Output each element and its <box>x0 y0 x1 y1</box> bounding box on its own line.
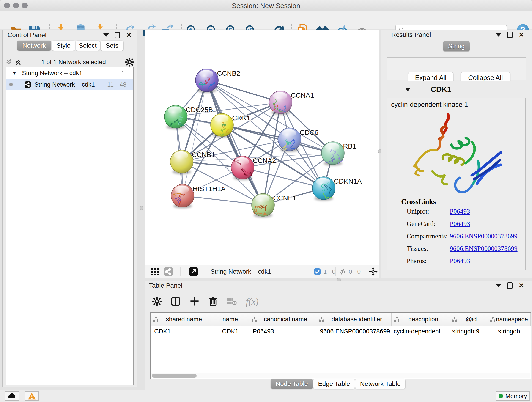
gear-icon[interactable] <box>125 57 134 67</box>
node-RB1[interactable] <box>322 142 344 166</box>
vertical-splitter-handle[interactable] <box>139 206 143 210</box>
table-cell: 9606.ENSP00000378699 <box>316 328 392 335</box>
scrollbar-thumb[interactable] <box>152 374 196 378</box>
table-cell: CDK1 <box>151 328 211 335</box>
node-CDC6[interactable] <box>278 128 301 152</box>
tab-sets[interactable]: Sets <box>101 41 123 51</box>
crosslink-link[interactable]: P06493 <box>450 208 470 215</box>
float-panel-icon[interactable] <box>507 32 513 38</box>
crosslink-link[interactable]: 9606.ENSP00000378699 <box>450 232 518 240</box>
node-label-CDK1: CDK1 <box>232 114 250 122</box>
close-panel-icon[interactable]: ✕ <box>126 32 132 38</box>
close-panel-icon[interactable]: ✕ <box>519 32 524 37</box>
table-header-row: shared namenamecanonical namedatabase id… <box>151 313 531 326</box>
tab-edge-table[interactable]: Edge Table <box>313 379 355 389</box>
node-HIST1H1A[interactable] <box>171 184 194 208</box>
column-header-name[interactable]: name <box>211 313 249 326</box>
gene-section-header[interactable]: CDK1 <box>387 81 526 98</box>
column-header-namespace[interactable]: namespace <box>487 313 531 326</box>
collection-name: String Network – cdk1 <box>22 70 82 77</box>
memory-label: Memory <box>505 393 527 400</box>
column-type-icon <box>490 317 496 322</box>
tree-expander-icon[interactable]: ▼ <box>12 70 17 76</box>
panel-menu-icon[interactable] <box>103 33 109 37</box>
table-horizontal-scrollbar[interactable] <box>151 373 530 378</box>
gene-description: cyclin-dependent kinase 1 <box>391 101 468 108</box>
birds-eye-view-button[interactable] <box>150 265 160 278</box>
column-header-description[interactable]: description <box>392 313 449 326</box>
show-columns-icon[interactable] <box>171 296 181 306</box>
tab-style[interactable]: Style <box>52 41 75 51</box>
control-panel-title: Control Panel <box>7 32 46 39</box>
warnings-button[interactable] <box>25 391 39 401</box>
network-graph[interactable]: CCNB2CCNA1CDC25BCDK1CDC6RB1CCNB1CCNA2CDK… <box>145 30 379 265</box>
tab-string[interactable]: String <box>443 41 470 51</box>
table-settings-gear-icon[interactable] <box>152 296 162 306</box>
statusbar-separator <box>205 267 205 276</box>
column-type-icon <box>452 317 457 322</box>
open-in-window-button[interactable] <box>189 265 198 278</box>
close-panel-icon[interactable]: ✕ <box>519 283 524 288</box>
column-type-icon <box>318 317 324 322</box>
expand-all-chevron-icon[interactable] <box>5 59 13 65</box>
tab-node-table[interactable]: Node Table <box>271 379 313 389</box>
panel-menu-icon[interactable] <box>496 33 501 37</box>
node-label-HIST1H1A: HIST1H1A <box>193 185 225 192</box>
column-header-database-identifier[interactable]: database identifier <box>316 313 392 326</box>
network-row-selected[interactable]: String Network – cdk1 11 48 <box>6 79 133 90</box>
table-row[interactable]: CDK1CDK1P064939606.ENSP00000378699cyclin… <box>151 326 531 337</box>
crosslink-label: GeneCard: <box>407 220 436 228</box>
hidden-eye-icon <box>338 268 346 275</box>
panel-menu-icon[interactable] <box>496 284 501 287</box>
app-window: Session: New Session <box>0 0 532 402</box>
node-CDC25B[interactable] <box>164 105 187 129</box>
tab-select[interactable]: Select <box>76 41 100 51</box>
crosslink-link[interactable]: P06493 <box>450 220 470 228</box>
node-CCNB1[interactable] <box>170 150 193 174</box>
node-CCNE1[interactable] <box>252 193 274 217</box>
node-label-CCNA2: CCNA2 <box>253 157 276 164</box>
collapse-all-chevron-icon[interactable] <box>14 59 22 65</box>
crosslink-link[interactable]: P06493 <box>450 257 470 265</box>
network-collection-row[interactable]: ▼ String Network – cdk1 1 <box>6 67 133 79</box>
network-view-statusbar: String Network – cdk1 1 - 0 0 - 0 <box>145 265 379 278</box>
node-CDK1[interactable] <box>210 114 234 138</box>
results-panel-title: Results Panel <box>391 31 431 38</box>
grid-icon <box>150 266 160 277</box>
node-count: 11 <box>107 81 114 88</box>
title-bar: Session: New Session <box>0 0 532 11</box>
statusbar-separator <box>180 267 181 276</box>
node-CCNA1[interactable] <box>269 91 292 115</box>
column-header-shared-name[interactable]: shared name <box>151 313 211 326</box>
crosslink-label: Tissues: <box>407 245 428 252</box>
protein-structure-image <box>398 111 517 198</box>
network-tree: ▼ String Network – cdk1 1 String Network… <box>6 67 134 385</box>
node-CDKN1A[interactable] <box>312 177 335 201</box>
delete-trash-icon[interactable] <box>208 296 218 306</box>
expand-collapse-box: Expand All Collapse All <box>386 57 526 80</box>
tab-network[interactable]: Network <box>17 41 51 51</box>
fit-selected-button[interactable] <box>369 265 378 278</box>
node-label-CDC6: CDC6 <box>300 128 318 136</box>
network-share-icon <box>24 81 31 88</box>
float-panel-icon[interactable] <box>507 282 513 289</box>
tab-network-table[interactable]: Network Table <box>355 379 405 389</box>
cloud-button[interactable] <box>5 391 19 401</box>
network-type-button[interactable] <box>164 265 173 278</box>
network-name: String Network – cdk1 <box>34 81 95 88</box>
network-view-canvas[interactable]: CCNB2CCNA1CDC25BCDK1CDC6RB1CCNB1CCNA2CDK… <box>145 30 379 265</box>
memory-button[interactable]: Memory <box>496 391 530 401</box>
table-cell: cyclin-dependent ... <box>392 328 449 335</box>
table-panel: Table Panel ✕ f(x) shared namenamecanoni… <box>145 281 532 390</box>
delete-table-icon <box>227 297 237 306</box>
section-expander-icon[interactable] <box>405 88 411 91</box>
string-results-container: Expand All Collapse All CDK1 cyclin-depe… <box>384 49 529 271</box>
network-selection-summary: 1 of 1 Network selected <box>22 59 125 66</box>
float-panel-icon[interactable] <box>115 32 120 38</box>
table-cell: stringdb:9... <box>449 328 488 335</box>
column-header-canonical-name[interactable]: canonical name <box>249 313 316 326</box>
add-column-plus-icon[interactable] <box>190 296 200 306</box>
column-header--id[interactable]: @id <box>449 313 488 326</box>
crosslink-link[interactable]: 9606.ENSP00000378699 <box>450 245 518 252</box>
node-label-RB1: RB1 <box>343 142 356 150</box>
